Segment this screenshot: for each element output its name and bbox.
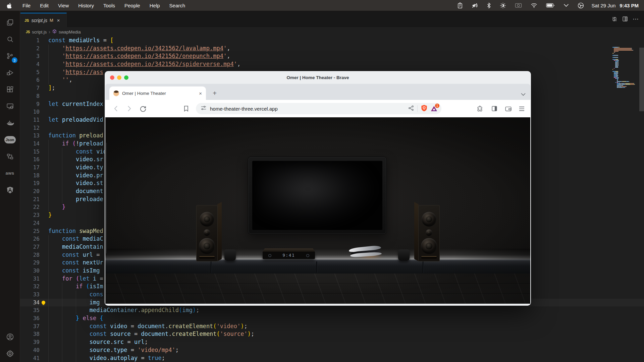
brave-tab-strip: Omer | Home Theater × +	[105, 84, 530, 100]
speaker-left	[196, 205, 218, 261]
wifi-icon[interactable]	[526, 0, 542, 11]
search-icon[interactable]	[2, 31, 18, 48]
aws-toolkit-icon[interactable]: aws	[2, 165, 18, 182]
breadcrumb-js-icon: JS	[26, 30, 30, 34]
brave-shield-icon[interactable]	[421, 105, 427, 113]
brave-titlebar[interactable]: Omer | Home Theater - Brave	[105, 71, 531, 84]
chevron-down-icon[interactable]	[559, 0, 573, 11]
menu-search[interactable]: Search	[165, 0, 190, 11]
breadcrumb-symbol-icon	[52, 29, 57, 35]
clipboard-icon[interactable]	[453, 0, 467, 11]
sidebar-panel-icon[interactable]	[490, 105, 498, 113]
remote-explorer-icon[interactable]	[2, 98, 18, 115]
source-control-badge: 3	[12, 57, 17, 63]
brave-window: Omer | Home Theater - Brave Omer | Home …	[105, 71, 531, 306]
screen-capture-icon[interactable]	[511, 0, 526, 11]
menu-hamburger-icon[interactable]	[518, 105, 526, 113]
minimize-window-button[interactable]	[117, 75, 121, 80]
rewards-badge: 1	[435, 103, 440, 108]
vscode-tab-bar: JS script.js M × ⋯	[20, 11, 644, 27]
volume-muted-icon[interactable]	[467, 0, 482, 11]
menu-view[interactable]: View	[53, 0, 73, 11]
run-debug-icon[interactable]	[2, 64, 18, 81]
settings-gear-icon[interactable]	[2, 345, 18, 362]
apple-menu-icon[interactable]	[7, 2, 12, 8]
tab-filename: script.js	[31, 18, 47, 23]
vignette	[105, 117, 530, 304]
tab-script-js[interactable]: JS script.js M ×	[20, 13, 67, 27]
tab-close-icon[interactable]: ×	[198, 90, 203, 96]
site-settings-icon[interactable]	[201, 105, 207, 112]
explorer-icon[interactable]	[2, 14, 18, 31]
tab-close-icon[interactable]: ×	[57, 17, 60, 23]
tab-search-chevron-icon[interactable]	[521, 91, 526, 97]
modified-badge: M	[50, 18, 53, 23]
vscode-activity-bar: 3 Json aws	[0, 11, 20, 362]
accounts-icon[interactable]	[2, 328, 18, 345]
editor-scrollbar[interactable]	[639, 48, 644, 111]
breadcrumb-separator-icon: ›	[49, 29, 50, 35]
control-center-icon[interactable]	[573, 0, 588, 11]
js-file-icon: JS	[24, 18, 29, 22]
back-icon[interactable]	[112, 105, 120, 113]
browser-tab-title: Omer | Home Theater	[122, 91, 195, 96]
menubar-time[interactable]: 9:43 PM	[618, 3, 644, 8]
bluetooth-icon[interactable]	[482, 0, 495, 11]
wallet-icon[interactable]	[504, 105, 512, 113]
home-theater-scene[interactable]: 9:41	[105, 117, 530, 304]
brightness-icon[interactable]	[495, 0, 511, 11]
menu-help[interactable]: Help	[145, 0, 165, 11]
menubar-date[interactable]: Sat 29 Jun	[588, 3, 618, 8]
reload-icon[interactable]	[139, 105, 147, 113]
breadcrumb[interactable]: JS script.js › swapMedia	[20, 27, 644, 37]
menu-tools[interactable]: Tools	[99, 0, 120, 11]
json-tools-icon[interactable]: Json	[2, 131, 18, 148]
minimap[interactable]	[612, 47, 639, 88]
battery-icon[interactable]	[542, 0, 559, 11]
speaker-right	[418, 205, 440, 261]
brave-toolbar: home-theater-three.vercel.app 1	[105, 100, 530, 117]
url-text[interactable]: home-theater-three.vercel.app	[210, 106, 405, 112]
window-title: Omer | Home Theater - Brave	[105, 75, 531, 80]
menu-edit[interactable]: Edit	[35, 0, 53, 11]
divider	[417, 105, 418, 112]
breadcrumb-file[interactable]: script.js	[32, 29, 47, 35]
share-icon[interactable]	[408, 105, 414, 112]
menu-history[interactable]: History	[73, 0, 99, 11]
more-actions-icon[interactable]: ⋯	[633, 15, 639, 23]
bookmark-icon[interactable]	[182, 105, 190, 113]
zoom-window-button[interactable]	[124, 75, 128, 80]
extensions-icon[interactable]	[2, 81, 18, 98]
breadcrumb-symbol[interactable]: swapMedia	[59, 29, 81, 35]
forward-icon[interactable]	[125, 105, 133, 113]
macos-menubar: File Edit View History Tools People Help…	[0, 0, 644, 11]
menu-people[interactable]: People	[120, 0, 145, 11]
new-tab-button[interactable]: +	[210, 88, 219, 98]
tab-favicon-avatar	[113, 90, 119, 96]
brave-rewards-icon[interactable]: 1	[431, 106, 437, 112]
docker-icon[interactable]	[2, 115, 18, 131]
split-editor-icon[interactable]	[622, 16, 628, 22]
angular-icon[interactable]	[2, 182, 18, 198]
open-changes-icon[interactable]	[611, 16, 618, 22]
browser-tab[interactable]: Omer | Home Theater ×	[109, 86, 206, 100]
menu-file[interactable]: File	[18, 0, 35, 11]
source-control-icon[interactable]: 3	[2, 48, 18, 64]
address-bar[interactable]: home-theater-three.vercel.app 1	[196, 103, 441, 114]
flow-diagram-icon[interactable]	[2, 148, 18, 165]
extensions-puzzle-icon[interactable]	[476, 105, 484, 113]
close-window-button[interactable]	[110, 75, 114, 80]
